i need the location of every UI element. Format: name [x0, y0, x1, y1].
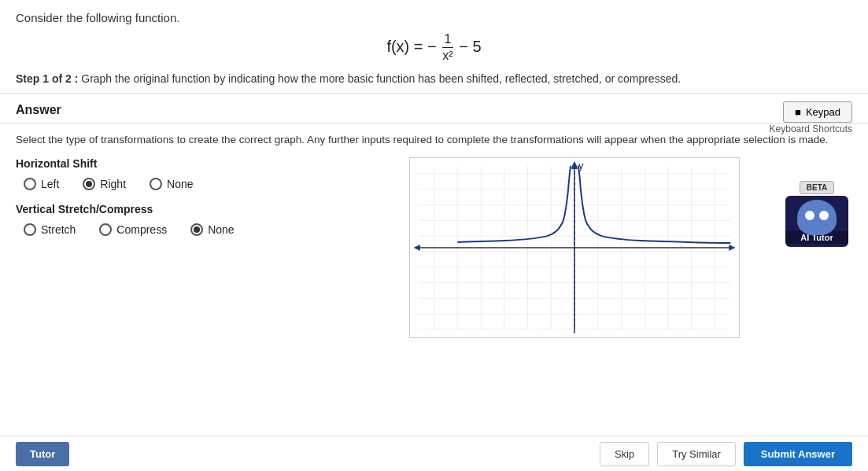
answer-section: Answer ■ Keypad Keyboard Shortcuts: [0, 94, 868, 124]
keypad-label: Keypad: [806, 106, 840, 118]
radio-left-label: Left: [41, 178, 59, 190]
fraction-denominator: x²: [442, 48, 452, 63]
ai-tutor-widget[interactable]: BETA ··· AI Tutor: [781, 181, 852, 247]
question-area: Consider the following function. f(x) = …: [0, 0, 868, 94]
radio-none-h-circle[interactable]: [150, 178, 162, 190]
owl-eye-left: [805, 211, 814, 220]
horizontal-radio-group: Left Right None: [24, 178, 393, 190]
radio-right-circle[interactable]: [83, 178, 95, 190]
transformations-panel: Horizontal Shift Left Right None: [16, 157, 393, 338]
horizontal-shift-group: Horizontal Shift Left Right None: [16, 157, 393, 190]
bottom-bar: Tutor Skip Try Similar Submit Answer: [0, 436, 868, 471]
radio-left-option[interactable]: Left: [24, 178, 59, 190]
radio-none-v-option[interactable]: None: [190, 223, 234, 236]
radio-right-option[interactable]: Right: [83, 178, 126, 190]
try-similar-button[interactable]: Try Similar: [657, 442, 736, 466]
function-display: f(x) = − 1 x² − 5: [16, 32, 852, 63]
beta-badge: BETA: [800, 181, 834, 194]
radio-stretch-label: Stretch: [41, 223, 76, 236]
owl-head: [797, 200, 837, 235]
submit-button[interactable]: Submit Answer: [744, 442, 852, 466]
radio-stretch-circle[interactable]: [24, 223, 36, 236]
ai-tutor-image[interactable]: ··· AI Tutor: [785, 196, 848, 247]
graph-area: y BETA: [409, 157, 852, 338]
radio-none-h-label: None: [167, 178, 193, 190]
function-fraction: 1 x²: [442, 32, 452, 63]
step-text: Step 1 of 2 : Graph the original functio…: [16, 72, 852, 85]
radio-none-h-option[interactable]: None: [150, 178, 193, 190]
svg-marker-27: [729, 245, 735, 251]
fraction-numerator: 1: [442, 32, 452, 48]
curve-right: [578, 166, 730, 243]
radio-stretch-option[interactable]: Stretch: [24, 223, 76, 236]
vertical-radio-group: Stretch Compress None: [24, 223, 393, 236]
keypad-icon: ■: [795, 106, 801, 118]
radio-left-circle[interactable]: [24, 178, 36, 190]
radio-none-v-circle[interactable]: [190, 223, 203, 236]
vertical-stretch-title: Vertical Stretch/Compress: [16, 203, 393, 215]
owl-eye-right: [819, 211, 829, 220]
curve-left: [457, 166, 571, 242]
main-content: Horizontal Shift Left Right None: [0, 151, 868, 344]
function-text: f(x) = −: [386, 38, 436, 55]
function-tail: − 5: [459, 38, 481, 55]
consider-text: Consider the following function.: [16, 11, 852, 24]
keyboard-shortcuts-label: Keyboard Shortcuts: [770, 123, 852, 134]
skip-button[interactable]: Skip: [600, 442, 649, 466]
radio-right-label: Right: [100, 178, 126, 190]
radio-compress-circle[interactable]: [99, 223, 112, 236]
answer-label: Answer: [16, 103, 852, 117]
svg-marker-28: [414, 245, 420, 251]
graph-svg: y: [410, 158, 739, 337]
radio-compress-option[interactable]: Compress: [99, 223, 167, 236]
horizontal-shift-title: Horizontal Shift: [16, 157, 393, 170]
radio-none-v-label: None: [208, 223, 234, 236]
vertical-stretch-group: Vertical Stretch/Compress Stretch Compre…: [16, 203, 393, 236]
radio-compress-label: Compress: [116, 223, 167, 236]
graph-canvas: y: [409, 157, 740, 338]
keypad-button[interactable]: ■ Keypad: [783, 101, 852, 123]
instructions: Select the type of transformations to cr…: [0, 124, 868, 151]
page-container: Consider the following function. f(x) = …: [0, 0, 868, 471]
tutor-button[interactable]: Tutor: [16, 442, 69, 466]
